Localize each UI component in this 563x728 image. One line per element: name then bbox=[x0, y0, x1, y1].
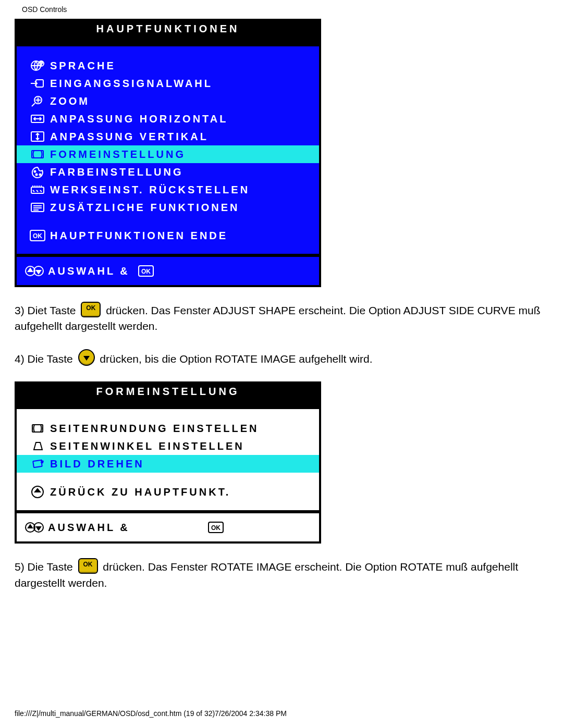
up-down-icon bbox=[25, 521, 44, 534]
menu-item[interactable]: SEITENRUNDUNG EINSTELLEN bbox=[17, 419, 319, 437]
osd-header: FORMEINSTELLUNG bbox=[17, 384, 319, 409]
osd-footer: AUSWAHL & OK bbox=[17, 513, 319, 541]
vert-icon bbox=[25, 130, 50, 143]
osd-footer-label: AUSWAHL & bbox=[48, 265, 130, 277]
menu-item[interactable]: BILD DREHEN bbox=[17, 455, 319, 473]
osd-body: SEITENRUNDUNG EINSTELLENSEITENWINKEL EIN… bbox=[17, 409, 319, 510]
rotate-icon bbox=[25, 457, 50, 471]
menu-item[interactable]: FARBEINSTELLUNG bbox=[17, 163, 319, 181]
ok-button-icon bbox=[81, 302, 101, 317]
svg-text:OK: OK bbox=[141, 268, 151, 275]
page-footer-path: file:///Z|/multi_manual/GERMAN/OSD/osd_c… bbox=[15, 709, 287, 718]
svg-text:OK: OK bbox=[33, 232, 42, 240]
ok-button-icon bbox=[78, 558, 98, 574]
ok-icon: OK bbox=[25, 230, 50, 241]
step-4-text: 4) Die Taste drücken, bis die Option ROT… bbox=[15, 349, 548, 367]
menu-item-label: SEITENRUNDUNG EINSTELLEN bbox=[50, 423, 259, 435]
globe-icon: ? bbox=[25, 59, 50, 72]
menu-item[interactable]: EINGANGSSIGNALWAHL bbox=[17, 75, 319, 92]
menu-item[interactable]: ?SPRACHE bbox=[17, 57, 319, 75]
menu-item-label: SEITENWINKEL EINSTELLEN bbox=[50, 440, 244, 452]
ok-icon: OK bbox=[208, 522, 224, 533]
menu-item-label: SPRACHE bbox=[50, 60, 116, 72]
angle-icon bbox=[25, 439, 50, 453]
menu-item[interactable]: ANPASSUNG VERTIKAL bbox=[17, 128, 319, 145]
menu-item[interactable]: ZUSÄTZLICHE FUNKTIONEN bbox=[17, 199, 319, 216]
svg-point-9 bbox=[36, 174, 38, 176]
back-icon bbox=[25, 485, 50, 499]
reset-icon bbox=[25, 183, 50, 196]
menu-item-label: ANPASSUNG VERTIKAL bbox=[50, 131, 209, 143]
menu-item-label: WERKSEINST. RÜCKSTELLEN bbox=[50, 184, 250, 196]
menu-item[interactable]: FORMEINSTELLUNG bbox=[17, 145, 319, 163]
svg-rect-20 bbox=[33, 460, 42, 467]
osd-body: ?SPRACHEEINGANGSSIGNALWAHLZOOMANPASSUNG … bbox=[17, 46, 319, 254]
curve-icon bbox=[25, 422, 50, 435]
menu-item-label: ZÜRÜCK ZU HAUPTFUNKT. bbox=[50, 486, 230, 498]
input-icon bbox=[25, 77, 50, 90]
menu-item-label: FORMEINSTELLUNG bbox=[50, 149, 186, 161]
ok-icon: OK bbox=[138, 265, 154, 277]
down-button-icon bbox=[78, 349, 95, 366]
menu-item[interactable]: ANPASSUNG HORIZONTAL bbox=[17, 110, 319, 128]
horiz-icon bbox=[25, 112, 50, 126]
menu-item-label: HAUPTFUNKTIONEN ENDE bbox=[50, 230, 228, 242]
extra-icon bbox=[25, 201, 50, 214]
menu-item[interactable]: WERKSEINST. RÜCKSTELLEN bbox=[17, 181, 319, 199]
svg-point-8 bbox=[34, 171, 36, 172]
menu-close-item[interactable]: OKHAUPTFUNKTIONEN ENDE bbox=[17, 227, 319, 244]
menu-item-label: ANPASSUNG HORIZONTAL bbox=[50, 113, 228, 125]
osd-main-menu: HAUPTFUNKTIONEN ?SPRACHEEINGANGSSIGNALWA… bbox=[15, 19, 321, 287]
color-icon bbox=[25, 165, 50, 179]
menu-close-item[interactable]: ZÜRÜCK ZU HAUPTFUNKT. bbox=[17, 483, 319, 501]
menu-item-label: FARBEINSTELLUNG bbox=[50, 166, 183, 178]
step-3-text: 3) Diet Taste drücken. Das Fenster ADJUS… bbox=[15, 302, 548, 335]
svg-point-10 bbox=[40, 174, 41, 176]
menu-item-label: ZUSÄTZLICHE FUNKTIONEN bbox=[50, 202, 240, 214]
page-title: OSD Controls bbox=[22, 5, 548, 14]
menu-item-label: EINGANGSSIGNALWAHL bbox=[50, 78, 213, 90]
osd-footer: AUSWAHL & OK bbox=[17, 257, 319, 285]
menu-item[interactable]: ZOOM bbox=[17, 92, 319, 110]
menu-item[interactable]: SEITENWINKEL EINSTELLEN bbox=[17, 437, 319, 455]
up-down-icon bbox=[25, 265, 44, 277]
svg-text:OK: OK bbox=[211, 524, 221, 532]
zoom-icon bbox=[25, 94, 50, 108]
osd-header: HAUPTFUNKTIONEN bbox=[17, 21, 319, 46]
svg-text:?: ? bbox=[40, 61, 43, 67]
osd-footer-label: AUSWAHL & bbox=[48, 522, 130, 534]
osd-shape-menu: FORMEINSTELLUNG SEITENRUNDUNG EINSTELLEN… bbox=[15, 381, 321, 544]
menu-item-label: ZOOM bbox=[50, 95, 90, 107]
step-5-text: 5) Die Taste drücken. Das Fenster ROTATE… bbox=[15, 558, 548, 591]
menu-item-label: BILD DREHEN bbox=[50, 458, 144, 470]
shape-icon bbox=[25, 147, 50, 161]
